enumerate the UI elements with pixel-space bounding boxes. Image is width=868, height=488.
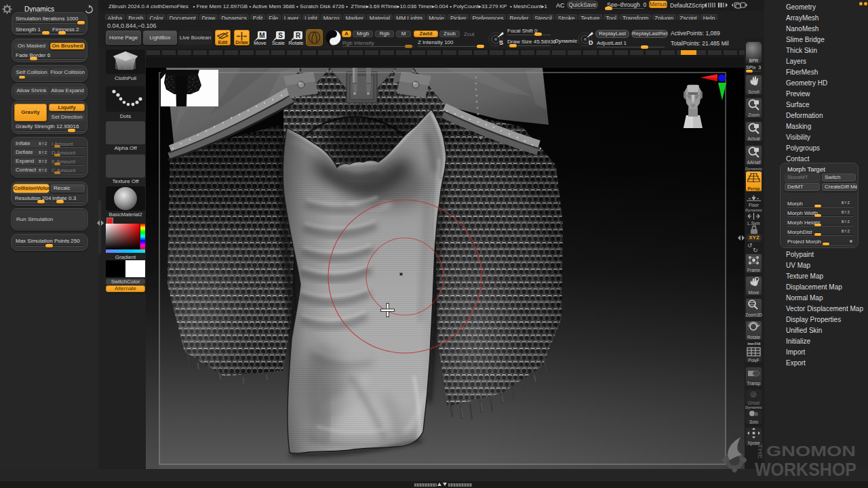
svg-text:GNOMON: GNOMON — [766, 443, 856, 460]
svg-text:S: S — [278, 32, 283, 39]
svg-text:WORKSHOP: WORKSHOP — [755, 460, 856, 480]
svg-text:S: S — [499, 39, 503, 46]
svg-text:D: D — [589, 39, 593, 46]
svg-text:THE: THE — [757, 444, 764, 459]
svg-text:R: R — [296, 32, 301, 39]
svg-text:M: M — [259, 32, 264, 39]
